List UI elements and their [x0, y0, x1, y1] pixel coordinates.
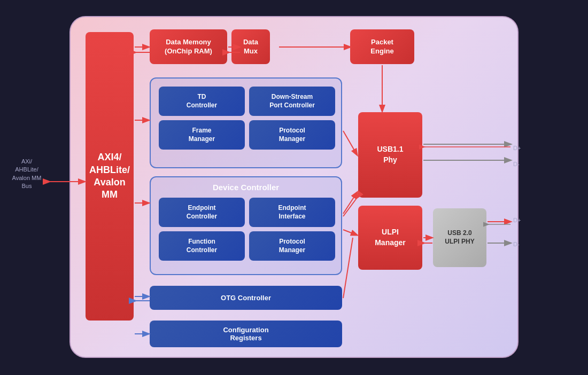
usb11-phy-block: USB1.1Phy [358, 112, 422, 198]
device-controller-title: Device Controller [213, 183, 279, 192]
otg-controller-label: OTG Controller [221, 294, 271, 302]
usb11-phy-label: USB1.1Phy [377, 144, 403, 165]
config-registers-label: ConfigurationRegisters [223, 326, 268, 342]
endpoint-interface-block: EndpointInterface [249, 198, 335, 227]
packet-engine-block: PacketEngine [350, 29, 414, 64]
endpoint-interface-label: EndpointInterface [278, 204, 306, 221]
td-controller-label: TDController [187, 93, 217, 110]
data-mux-block: DataMux [231, 29, 270, 64]
device-protocol-manager-label: ProtocolManager [279, 238, 305, 254]
ulpi-manager-label: ULPIManager [375, 227, 406, 248]
axi-outside-label: AXi/AHBLite/Avalon MMBus [11, 158, 43, 191]
td-controller-block: TDController [159, 87, 245, 116]
d-minus-top-label: D- [513, 160, 520, 168]
top-row: Data Memony(OnChip RAM) DataMux [150, 29, 270, 64]
d-minus-bot-label: D- [513, 240, 520, 248]
hub-controller-area: TDController Down-StreamPort Controller … [150, 77, 342, 168]
downstream-port-label: Down-StreamPort Controller [269, 93, 315, 110]
ulpi-manager-block: ULPIManager [358, 206, 422, 270]
usb20-ulpi-block: USB 2.0ULPI PHY [433, 208, 486, 267]
data-mux-label: DataMux [243, 38, 258, 56]
diagram-container: AXI4/ AHBLite/ Avalon MM Data Memony(OnC… [0, 0, 588, 375]
config-registers-block: ConfigurationRegisters [150, 321, 342, 347]
hub-protocol-manager-label: ProtocolManager [279, 127, 305, 143]
hub-protocol-manager-block: ProtocolManager [249, 120, 335, 150]
packet-engine-label: PacketEngine [370, 38, 393, 56]
otg-controller-block: OTG Controller [150, 286, 342, 310]
device-protocol-manager-block: ProtocolManager [249, 231, 335, 261]
device-controller-area: Device Controller EndpointController End… [150, 176, 342, 275]
function-controller-block: FunctionController [159, 231, 245, 261]
axi-bar-label: AXI4/ AHBLite/ Avalon MM [86, 151, 134, 201]
endpoint-controller-block: EndpointController [159, 198, 245, 227]
d-plus-bot-label: D+ [513, 216, 521, 224]
frame-manager-block: FrameManager [159, 120, 245, 150]
downstream-port-block: Down-StreamPort Controller [249, 87, 335, 116]
frame-manager-label: FrameManager [189, 127, 215, 143]
device-inner-grid: EndpointController EndpointInterface Fun… [159, 198, 335, 261]
endpoint-controller-label: EndpointController [187, 204, 217, 221]
hub-inner-grid: TDController Down-StreamPort Controller … [159, 87, 335, 150]
data-memory-label: Data Memony(OnChip RAM) [165, 38, 212, 56]
axi-bar: AXI4/ AHBLite/ Avalon MM [86, 32, 134, 321]
usb20-ulpi-label: USB 2.0ULPI PHY [445, 229, 474, 246]
function-controller-label: FunctionController [187, 238, 217, 254]
data-memory-block: Data Memony(OnChip RAM) [150, 29, 227, 64]
d-plus-top-label: D+ [513, 144, 521, 152]
